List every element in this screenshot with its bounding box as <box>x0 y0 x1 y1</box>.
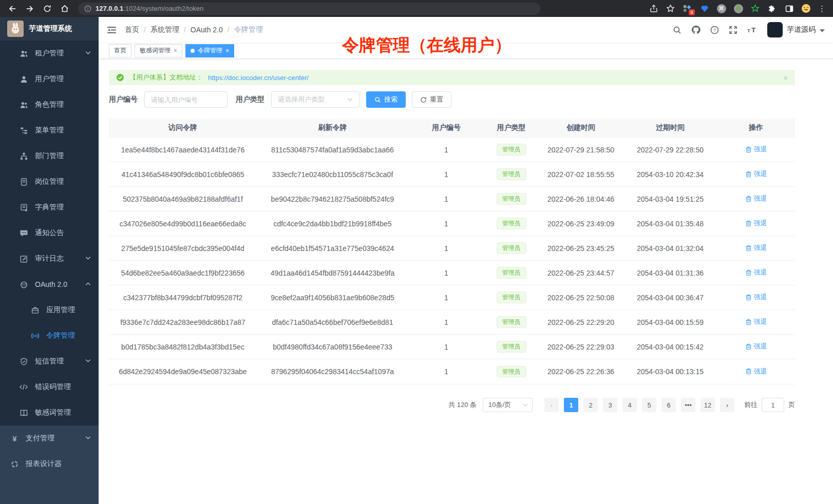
tab-令牌管理[interactable]: 令牌管理× <box>185 44 234 57</box>
sidebar-item-error-code[interactable]: 错误码管理 <box>0 374 99 400</box>
address-bar[interactable]: 127.0.0.1:1024/system/oauth2/token <box>78 3 540 15</box>
announcement-icon <box>20 229 28 237</box>
browser-back-button[interactable] <box>5 2 20 16</box>
force-logout-button[interactable]: 强退 <box>745 169 767 179</box>
trash-icon <box>745 294 752 301</box>
tab-label: 首页 <box>114 46 126 55</box>
profile-emoji-icon[interactable] <box>801 4 811 13</box>
tab-close-icon[interactable]: × <box>225 48 229 54</box>
extension-badge: 9 <box>689 9 695 15</box>
user-id-cell: 1 <box>408 318 484 326</box>
expire-time-cell: 2054-03-04 00:15:59 <box>623 318 717 326</box>
browser-forward-button[interactable] <box>23 2 37 16</box>
sidebar-item-label: 支付管理 <box>26 434 54 443</box>
page-number-button[interactable]: 4 <box>622 398 637 412</box>
sidebar-item-notice[interactable]: 通知公告 <box>0 220 99 246</box>
page-ellipsis-button[interactable]: ••• <box>681 398 695 412</box>
sidebar-item-tenant[interactable]: 租户管理 <box>0 41 99 66</box>
sidebar-item-label: 通知公告 <box>35 228 64 238</box>
breadcrumb-item[interactable]: 系统管理 <box>150 25 179 34</box>
next-page-button[interactable]: › <box>720 398 734 412</box>
fullscreen-icon[interactable] <box>729 26 737 34</box>
browser-menu-icon[interactable]: ⋮ <box>818 5 826 12</box>
extension-record-icon[interactable] <box>733 4 743 13</box>
github-icon[interactable] <box>691 25 701 34</box>
tab-首页[interactable]: 首页 <box>109 44 131 57</box>
sidebar-item-menu[interactable]: 菜单管理 <box>0 118 99 143</box>
sidebar-item-role[interactable]: 角色管理 <box>0 92 99 118</box>
site-info-icon[interactable] <box>84 5 91 12</box>
extension-gem-icon[interactable] <box>699 4 709 13</box>
page-size-select[interactable]: 10条/页 <box>483 398 533 412</box>
org-chart-icon <box>20 152 28 160</box>
help-icon[interactable]: ? <box>710 26 719 34</box>
extension-command-icon[interactable]: ⌘ <box>716 4 726 13</box>
share-icon[interactable] <box>649 4 658 13</box>
extension-tampermonkey-icon[interactable]: 9 <box>683 4 692 13</box>
sidebar: 芋道管理系统 租户管理用户管理角色管理菜单管理部门管理岗位管理字典管理通知公告审… <box>0 17 99 504</box>
sidebar-item-sensitive-word[interactable]: 敏感词管理 <box>0 400 99 425</box>
refresh-token-cell: 8796295f04064c2983414cc54af1097a <box>257 367 408 376</box>
alert-close-icon[interactable]: × <box>783 74 788 82</box>
search-button[interactable]: 搜索 <box>366 91 406 108</box>
tab-敏感词管理[interactable]: 敏感词管理× <box>135 44 182 57</box>
force-logout-button[interactable]: 强退 <box>745 317 767 326</box>
app-logo-bar[interactable]: 芋道管理系统 <box>0 17 99 41</box>
force-logout-button[interactable]: 强退 <box>745 342 767 351</box>
sidebar-item-dict[interactable]: 字典管理 <box>0 195 99 220</box>
font-size-icon[interactable]: TT <box>747 26 758 34</box>
extension-green-star-icon[interactable] <box>750 4 760 13</box>
page-number-button[interactable]: 6 <box>661 398 676 412</box>
sidebar-item-sms[interactable]: 短信管理 <box>0 348 99 374</box>
force-logout-button[interactable]: 强退 <box>745 293 767 302</box>
sidebar-panel-icon[interactable] <box>784 4 794 13</box>
sidebar-item-user[interactable]: 用户管理 <box>0 66 99 92</box>
access-token-cell: 6d842e2924594de9a09e45e087323abe <box>109 367 257 376</box>
sidebar-item-oauth2-token[interactable]: 令牌管理 <box>0 323 99 348</box>
page-number-button[interactable]: 5 <box>642 398 656 412</box>
action-cell: 强退 <box>717 194 795 204</box>
access-token-cell: 275e5de9151045fe87cbdc395e004f4d <box>109 244 257 253</box>
trash-icon <box>745 343 752 350</box>
bookmark-star-icon[interactable] <box>666 4 675 13</box>
sidebar-item-report-designer[interactable]: 报表设计器 <box>0 451 99 477</box>
page-number-button[interactable]: 12 <box>701 398 715 412</box>
page-number-button[interactable]: 3 <box>603 398 617 412</box>
chevron-down-icon <box>347 98 353 102</box>
user-type-select[interactable]: 请选择用户类型 <box>271 91 359 108</box>
goto-page-input[interactable] <box>762 398 784 412</box>
force-logout-button[interactable]: 强退 <box>745 367 767 376</box>
tab-close-icon[interactable]: × <box>174 48 177 54</box>
chevron-up-icon <box>85 282 90 287</box>
force-logout-button[interactable]: 强退 <box>745 268 767 277</box>
browser-home-button[interactable] <box>58 2 72 16</box>
breadcrumb-item[interactable]: 首页 <box>125 25 139 34</box>
page-number-button[interactable]: 2 <box>583 398 598 412</box>
sidebar-item-oauth2[interactable]: OAuth 2.0 <box>0 272 99 297</box>
sidebar-root-group: ¥支付管理报表设计器 <box>0 425 99 477</box>
sidebar-item-oauth2-app[interactable]: 应用管理 <box>0 297 99 323</box>
reset-button[interactable]: 重置 <box>412 91 451 108</box>
table-row: 275e5de9151045fe87cbdc395e004f4de6cfd40e… <box>109 236 795 261</box>
browser-reload-button[interactable] <box>40 2 54 16</box>
sidebar-collapse-button[interactable] <box>107 26 117 34</box>
prev-page-button[interactable]: ‹ <box>544 398 559 412</box>
table-row: c342377bf8b344799dcbf7bf095287f29ce8ef2a… <box>109 285 795 310</box>
extensions-puzzle-icon[interactable] <box>767 4 777 13</box>
force-logout-button[interactable]: 强退 <box>745 219 767 228</box>
sidebar-item-label: 敏感词管理 <box>35 408 71 417</box>
filter-form: 用户编号 用户类型 请选择用户类型 搜索 重置 <box>109 91 795 108</box>
sidebar-item-payment[interactable]: ¥支付管理 <box>0 425 99 451</box>
header-search-icon[interactable] <box>673 26 681 34</box>
sidebar-item-audit-log[interactable]: 审计日志 <box>0 246 99 272</box>
sidebar-item-dept[interactable]: 部门管理 <box>0 143 99 169</box>
breadcrumb-item[interactable]: OAuth 2.0 <box>191 26 223 34</box>
page-number-button[interactable]: 1 <box>564 398 578 412</box>
force-logout-button[interactable]: 强退 <box>745 145 767 154</box>
user-menu[interactable]: 芋道源码 <box>767 22 825 37</box>
doc-link[interactable]: https://doc.iocoder.cn/user-center/ <box>208 74 309 82</box>
sidebar-item-post[interactable]: 岗位管理 <box>0 169 99 195</box>
force-logout-button[interactable]: 强退 <box>745 194 767 203</box>
force-logout-button[interactable]: 强退 <box>745 243 767 253</box>
user-id-input[interactable] <box>144 91 228 108</box>
